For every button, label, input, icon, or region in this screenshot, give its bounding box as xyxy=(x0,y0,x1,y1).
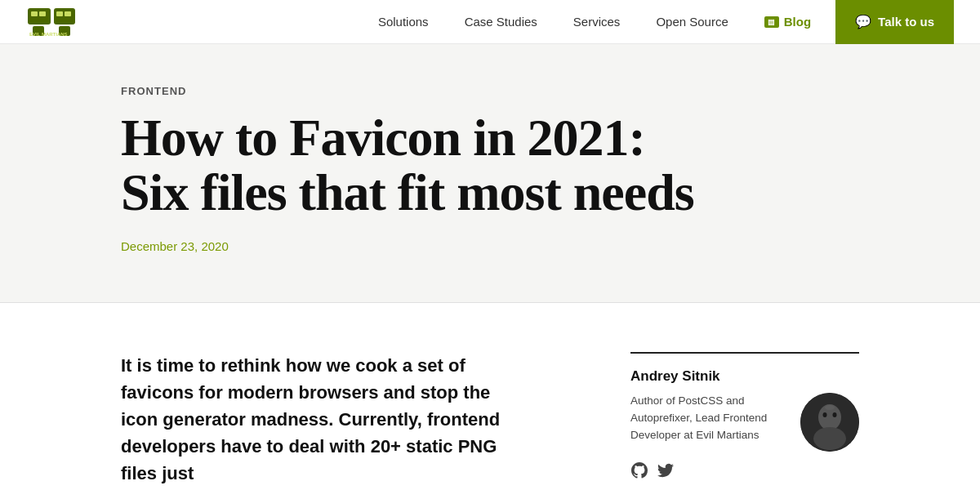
chat-icon: 💬 xyxy=(855,14,871,29)
author-name: Andrey Sitnik xyxy=(630,368,859,385)
author-avatar xyxy=(800,393,859,452)
svg-point-13 xyxy=(833,412,837,417)
nav-link-open-source[interactable]: Open Source xyxy=(638,0,746,44)
nav-item-solutions[interactable]: Solutions xyxy=(360,0,447,44)
svg-rect-5 xyxy=(65,11,71,16)
nav-link-case-studies[interactable]: Case Studies xyxy=(447,0,555,44)
twitter-icon xyxy=(657,462,674,479)
article-intro: It is time to rethink how we cook a set … xyxy=(121,352,529,487)
svg-point-12 xyxy=(823,412,827,417)
author-bio: Author of PostCSS and Autoprefixer, Lead… xyxy=(630,393,787,444)
nav-item-open-source[interactable]: Open Source xyxy=(638,0,746,44)
nav-link-services[interactable]: Services xyxy=(555,0,639,44)
cta-label: Talk to us xyxy=(878,15,934,29)
svg-rect-4 xyxy=(56,11,63,16)
svg-rect-1 xyxy=(54,8,75,24)
svg-point-14 xyxy=(825,405,835,410)
github-link[interactable] xyxy=(630,461,648,479)
twitter-link[interactable] xyxy=(657,461,675,479)
article-date: December 23, 2020 xyxy=(121,239,859,253)
article-body: It is time to rethink how we cook a set … xyxy=(121,352,565,487)
logo[interactable]: EVIL MARTIANS xyxy=(26,7,77,38)
nav-blog-label: Blog xyxy=(784,15,811,29)
nav-link-solutions[interactable]: Solutions xyxy=(360,0,447,44)
article-title: How to Favicon in 2021: Six files that f… xyxy=(121,110,859,220)
title-line-2: Six files that fit most needs xyxy=(121,163,694,221)
content-section: It is time to rethink how we cook a set … xyxy=(0,303,980,490)
author-social-links xyxy=(630,461,859,479)
github-icon xyxy=(631,462,648,479)
author-avatar-image xyxy=(800,393,859,452)
svg-rect-2 xyxy=(31,11,38,16)
nav-blog-link[interactable]: ▤ Blog xyxy=(746,15,829,29)
nav-links: Solutions Case Studies Services Open Sou… xyxy=(360,0,746,44)
author-info-row: Author of PostCSS and Autoprefixer, Lead… xyxy=(630,393,859,452)
author-divider xyxy=(630,352,859,354)
talk-to-us-button[interactable]: 💬 Talk to us xyxy=(835,0,954,44)
title-line-1: How to Favicon in 2021: xyxy=(121,109,645,167)
blog-icon: ▤ xyxy=(764,16,779,28)
hero-section: FRONTEND How to Favicon in 2021: Six fil… xyxy=(0,44,980,303)
article-category: FRONTEND xyxy=(121,85,859,97)
nav-item-case-studies[interactable]: Case Studies xyxy=(447,0,555,44)
svg-rect-0 xyxy=(28,8,51,24)
author-sidebar: Andrey Sitnik Author of PostCSS and Auto… xyxy=(630,352,859,479)
nav-item-services[interactable]: Services xyxy=(555,0,639,44)
svg-rect-3 xyxy=(39,11,46,16)
navbar: EVIL MARTIANS Solutions Case Studies Ser… xyxy=(0,0,980,44)
svg-text:EVIL MARTIANS: EVIL MARTIANS xyxy=(29,32,68,37)
svg-point-11 xyxy=(813,427,846,450)
logo-icon: EVIL MARTIANS xyxy=(26,7,77,38)
